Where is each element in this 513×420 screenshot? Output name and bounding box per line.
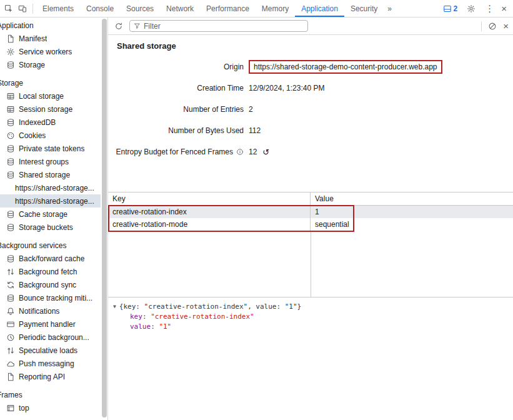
sidebar-item-shared-storage[interactable]: Shared storage [0, 168, 101, 181]
sidebar-item-private-state-tokens[interactable]: Private state tokens [0, 142, 101, 155]
sidebar-item-local-storage[interactable]: Local storage [0, 89, 101, 102]
database-icon [6, 157, 15, 166]
field-label: Number of Bytes Used [108, 126, 244, 135]
column-header-value[interactable]: Value [311, 192, 513, 205]
field-origin: Origin https://shared-storage-demo-conte… [108, 61, 513, 73]
close-devtools-icon[interactable]: × [501, 4, 507, 13]
tabbar-divider [32, 4, 33, 14]
tab-security[interactable]: Security [344, 0, 384, 17]
refresh-icon[interactable] [112, 20, 125, 32]
inspect-element-icon[interactable] [2, 2, 16, 16]
cloud-icon [6, 359, 15, 368]
devtools-window: ElementsConsoleSourcesNetworkPerformance… [0, 0, 513, 420]
preview-summary: {key: "creative-rotation-index", value: … [119, 302, 301, 311]
drawer-badge[interactable]: 2 [443, 4, 458, 13]
tab-console[interactable]: Console [80, 0, 120, 17]
sidebar-item-bounce-tracking-miti[interactable]: Bounce tracking miti... [0, 291, 101, 304]
database-icon [6, 222, 15, 232]
sidebar-item-interest-groups[interactable]: Interest groups [0, 155, 101, 168]
sidebar-item-background-sync[interactable]: Background sync [0, 278, 101, 291]
expand-triangle-icon[interactable]: ▼ [113, 304, 116, 309]
toolbar-divider [481, 21, 482, 31]
application-sidebar: Application Manifest Service workers Sto… [0, 18, 101, 420]
preview-key: key [130, 312, 142, 321]
service-worker-icon [6, 47, 15, 56]
device-toolbar-icon[interactable] [16, 2, 29, 16]
database-icon [6, 118, 15, 127]
sidebar-item-session-storage[interactable]: Session storage [0, 102, 101, 116]
arrows-vertical-icon [6, 267, 15, 276]
field-value: 2 [249, 105, 253, 114]
more-options-icon[interactable]: ⋮ [485, 4, 494, 13]
key-cell: creative-rotation-mode [108, 218, 311, 231]
tab-sources[interactable]: Sources [120, 0, 160, 17]
table-empty-area [108, 231, 513, 297]
sidebar-item-indexeddb[interactable]: IndexedDB [0, 116, 101, 129]
sidebar-item-payment-handler[interactable]: Payment handler [0, 318, 101, 331]
table-row[interactable]: creative-rotation-index 1 [108, 206, 513, 218]
settings-gear-icon[interactable] [464, 2, 478, 16]
sidebar-section-title: Storage [0, 79, 101, 88]
field-value: 112 [249, 126, 261, 135]
column-header-key[interactable]: Key [108, 192, 311, 205]
sidebar-item-background-fetch[interactable]: Background fetch [0, 265, 101, 278]
scrollbar-thumb[interactable] [102, 19, 107, 418]
sidebar-item-reporting-api[interactable]: Reporting API [0, 370, 101, 383]
sidebar-item-notifications[interactable]: Notifications [0, 304, 101, 318]
tab-application[interactable]: Application [295, 0, 344, 17]
sidebar-item-storage-buckets[interactable]: Storage buckets [0, 221, 101, 234]
filter-funnel-icon [134, 22, 141, 29]
reset-budget-icon[interactable]: ↺ [262, 148, 269, 156]
sidebar-scrollbar[interactable] [101, 18, 108, 420]
tab-performance[interactable]: Performance [200, 0, 256, 17]
sidebar-section-title: Background services [0, 241, 101, 250]
database-icon [6, 293, 15, 302]
preview-entry: key: "creative-rotation-index" [113, 312, 513, 322]
field-value: 12 ↺ [249, 148, 269, 156]
delete-selected-icon[interactable]: × [503, 21, 509, 31]
badge-count: 2 [454, 4, 458, 13]
sidebar-section-title: Application [0, 21, 101, 30]
field-entropy-budget-for-fenced-frames: Entropy Budget for Fenced Frames 12 ↺ [108, 146, 513, 158]
drawer-panel-icon [443, 4, 452, 13]
field-label: Number of Entries [108, 105, 244, 114]
bell-icon [6, 306, 15, 316]
filter-input[interactable]: Filter [129, 20, 308, 32]
sidebar-item-top[interactable]: top [0, 401, 101, 414]
document-icon [6, 34, 15, 43]
document-icon [6, 372, 15, 381]
sidebar-item-storage[interactable]: Storage [0, 58, 101, 71]
arrows-vertical-icon [6, 346, 15, 355]
sidebar-item-periodic-backgroun[interactable]: Periodic backgroun... [0, 331, 101, 344]
delete-all-icon[interactable] [486, 20, 499, 32]
database-icon [6, 209, 15, 219]
storage-content: Shared storage Origin https://shared-sto… [108, 35, 513, 420]
sidebar-item-back-forward-cache[interactable]: Back/forward cache [0, 252, 101, 265]
tab-network[interactable]: Network [160, 0, 200, 17]
page-title: Shared storage [117, 41, 513, 51]
sidebar-item-cache-storage[interactable]: Cache storage [0, 208, 101, 221]
sidebar-item-push-messaging[interactable]: Push messaging [0, 357, 101, 370]
sidebar-item-https-shared-storage[interactable]: https://shared-storage... [0, 194, 101, 208]
database-icon [6, 170, 15, 179]
sidebar-item-cookies[interactable]: Cookies [0, 129, 101, 142]
table-row[interactable]: creative-rotation-mode sequential [108, 218, 513, 231]
value-cell: 1 [311, 206, 513, 218]
tab-memory[interactable]: Memory [256, 0, 295, 17]
more-tabs-chevron-icon[interactable]: » [384, 4, 396, 13]
table-header: Key Value [108, 192, 513, 206]
sidebar-item-speculative-loads[interactable]: Speculative loads [0, 344, 101, 357]
entry-preview-pane: ▼{key: "creative-rotation-index", value:… [108, 297, 513, 420]
sidebar-item-https-shared-storage[interactable]: https://shared-storage... [0, 181, 101, 194]
sidebar-item-service-workers[interactable]: Service workers [0, 45, 101, 58]
table-icon [6, 91, 15, 101]
sidebar-item-manifest[interactable]: Manifest [0, 32, 101, 45]
entries-table: Key Value creative-rotation-index 1 crea… [108, 192, 513, 297]
storage-toolbar: Filter × [108, 18, 513, 35]
info-icon[interactable] [236, 148, 244, 156]
sidebar-section-title: Frames [0, 391, 101, 399]
tab-elements[interactable]: Elements [36, 0, 80, 17]
preview-key: value [130, 322, 151, 331]
field-label: Creation Time [108, 84, 244, 92]
field-label: Entropy Budget for Fenced Frames [108, 148, 244, 156]
